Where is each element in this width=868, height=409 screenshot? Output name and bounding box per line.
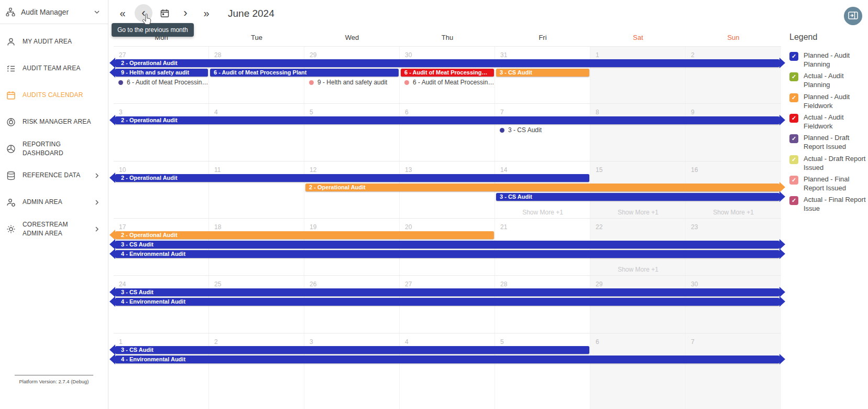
- event-bar[interactable]: 4 - Environmental Audit: [115, 298, 779, 306]
- day-cell[interactable]: 9: [686, 104, 781, 161]
- day-number: 22: [596, 223, 602, 231]
- event-dot-item[interactable]: 9 - Helth and safety audit: [309, 78, 398, 87]
- legend-checkbox[interactable]: ✓: [789, 93, 798, 102]
- chevron-down-icon: [92, 7, 102, 17]
- day-number: 7: [691, 338, 695, 346]
- sidebar-item-corestream-admin-area[interactable]: CORESTREAM ADMIN AREA: [0, 216, 108, 242]
- sidebar-item-label: CORESTREAM ADMIN AREA: [23, 220, 85, 237]
- gear-icon: [6, 224, 16, 234]
- event-bar[interactable]: 6 - Audit of Meat Processing…: [401, 69, 494, 77]
- next-month-button[interactable]: ›: [177, 4, 194, 22]
- event-bar[interactable]: 4 - Environmental Audit: [115, 250, 779, 258]
- event-bar[interactable]: 3 - CS Audit: [115, 241, 779, 249]
- show-more-link[interactable]: Show More +1: [590, 265, 686, 274]
- day-cell[interactable]: 5: [304, 104, 400, 161]
- day-cell[interactable]: 6: [590, 333, 686, 409]
- legend-item-label: Actual - Final Report Issue: [804, 195, 868, 213]
- legend-checkbox[interactable]: ✓: [789, 196, 798, 205]
- last-month-button[interactable]: »: [197, 4, 215, 22]
- event-bar[interactable]: 2 - Operational Audit: [115, 116, 779, 124]
- day-cell[interactable]: 7: [686, 333, 781, 409]
- event-dot-item[interactable]: 3 - CS Audit: [500, 126, 589, 134]
- event-bar[interactable]: 3 - CS Audit: [496, 69, 589, 77]
- event-bar[interactable]: 6 - Audit of Meat Processing Plant: [210, 69, 399, 77]
- day-cell[interactable]: 11: [209, 162, 304, 218]
- legend-checkbox[interactable]: ✓: [789, 155, 798, 164]
- day-number: 29: [596, 281, 602, 288]
- chevron-left-icon: ‹: [141, 6, 145, 20]
- sidebar-item-label: REFERENCE DATA: [23, 171, 85, 179]
- legend-item-planned-draft-report-issued: ✓Planned - Draft Report Issued: [789, 133, 868, 151]
- event-bar-label: 2 - Operational Audit: [115, 231, 494, 239]
- show-more-link[interactable]: Show More +1: [590, 208, 686, 217]
- today-button[interactable]: [156, 4, 173, 22]
- previous-month-button[interactable]: ‹: [135, 4, 152, 22]
- event-bar[interactable]: 4 - Environmental Audit: [115, 356, 779, 363]
- day-cell[interactable]: 3: [114, 104, 209, 161]
- event-bar[interactable]: 3 - CS Audit: [496, 193, 779, 201]
- sidebar-item-audits-calendar[interactable]: AUDITS CALENDAR: [0, 82, 108, 109]
- event-dot-item[interactable]: 6 - Audit of Meat Processin…: [118, 78, 207, 87]
- day-number: 30: [691, 281, 698, 288]
- legend-item-label: Planned - Draft Report Issued: [804, 133, 868, 151]
- event-bar[interactable]: 2 - Operational Audit: [305, 184, 779, 191]
- day-cell[interactable]: 1: [114, 333, 209, 409]
- sidebar-item-reporting-dashboard[interactable]: REPORTING DASHBOARD: [0, 135, 108, 162]
- day-cell[interactable]: 4: [209, 104, 304, 161]
- legend-item-label: Actual - Draft Report Issued: [804, 154, 868, 172]
- sidebar-item-reference-data[interactable]: REFERENCE DATA: [0, 162, 108, 189]
- day-cell[interactable]: 1: [590, 47, 686, 103]
- day-cell[interactable]: 2: [209, 333, 304, 409]
- legend-item-planned-audit-planning: ✓Planned - Audit Planning: [789, 51, 868, 69]
- event-bar[interactable]: 9 - Helth and safety audit: [115, 69, 208, 77]
- day-cell[interactable]: 8: [590, 104, 686, 161]
- day-number: 16: [691, 166, 698, 174]
- day-number: 15: [596, 166, 602, 174]
- module-switcher[interactable]: Audit Manager: [0, 0, 108, 24]
- day-number: 6: [596, 338, 599, 346]
- legend-item-label: Planned - Final Report Issued: [804, 175, 868, 192]
- footer-divider: [15, 375, 93, 375]
- sidebar-footer: Platform Version: 2.7.4 (Debug): [0, 375, 108, 384]
- day-cell[interactable]: 2: [686, 47, 781, 103]
- legend-checkbox[interactable]: ✓: [789, 134, 798, 143]
- calendar-toolbar: « ‹ › » June 2024 Go t: [108, 0, 868, 29]
- day-cell[interactable]: 3: [304, 333, 400, 409]
- show-more-link[interactable]: Show More +1: [495, 208, 590, 217]
- event-bar[interactable]: 2 - Operational Audit: [115, 174, 589, 182]
- first-month-button[interactable]: «: [114, 4, 131, 22]
- day-cell[interactable]: 6: [400, 104, 495, 161]
- collapse-panel-button[interactable]: [844, 7, 862, 25]
- event-bar[interactable]: 3 - CS Audit: [115, 288, 779, 296]
- day-number: 13: [405, 166, 412, 174]
- day-number: 3: [310, 338, 313, 346]
- sidebar-item-admin-area[interactable]: ADMIN AREA: [0, 189, 108, 216]
- previous-month-tooltip: Go to the previous month: [112, 23, 194, 37]
- legend-checkbox[interactable]: ✓: [789, 114, 798, 123]
- sidebar-item-risk-manager-area[interactable]: RISK MANAGER AREA: [0, 109, 108, 135]
- sidebar-item-audit-team-area[interactable]: AUDIT TEAM AREA: [0, 55, 108, 82]
- double-chevron-right-icon: »: [203, 7, 209, 19]
- show-more-link[interactable]: Show More +1: [686, 208, 781, 217]
- legend-checkbox[interactable]: ✓: [789, 176, 798, 185]
- event-bar[interactable]: 2 - Operational Audit: [115, 59, 779, 67]
- day-cell[interactable]: 4: [400, 333, 495, 409]
- sidebar-item-my-audit-area[interactable]: MY AUDIT AREA: [0, 28, 108, 55]
- legend-item-planned-audit-fieldwork: ✓Planned - Audit Fieldwork: [789, 92, 868, 110]
- event-bar[interactable]: 2 - Operational Audit: [115, 231, 494, 239]
- event-bar-label: 3 - CS Audit: [496, 69, 589, 77]
- day-number: 28: [500, 281, 507, 288]
- event-dot: [404, 80, 409, 85]
- day-cell[interactable]: 5: [495, 333, 590, 409]
- week-row-4: 171819202122232 - Operational Audit3 - C…: [114, 219, 781, 276]
- event-dot-item[interactable]: 6 - Audit of Meat Processin…: [404, 78, 493, 87]
- day-number: 5: [500, 338, 504, 346]
- legend-checkbox[interactable]: ✓: [789, 72, 798, 81]
- legend-title: Legend: [789, 33, 868, 42]
- event-bar[interactable]: 3 - CS Audit: [115, 346, 589, 354]
- legend-checkbox[interactable]: ✓: [789, 52, 798, 61]
- day-number: 21: [500, 223, 507, 231]
- day-cell[interactable]: 10: [114, 162, 209, 218]
- sidebar: Audit Manager MY AUDIT AREAAUDIT TEAM AR…: [0, 0, 108, 409]
- audit-manager-app: Audit Manager MY AUDIT AREAAUDIT TEAM AR…: [0, 0, 868, 409]
